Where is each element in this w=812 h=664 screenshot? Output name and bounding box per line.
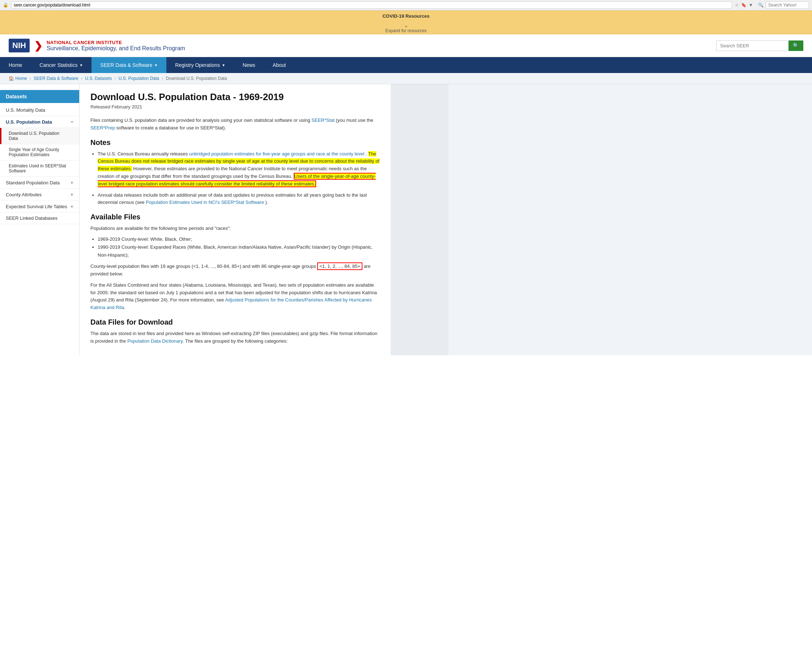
sidebar-item-linked[interactable]: SEER Linked Databases bbox=[0, 213, 79, 224]
sidebar-item-survival[interactable]: Expected Survival Life Tables + bbox=[0, 200, 79, 213]
registry-arrow: ▼ bbox=[222, 63, 225, 67]
survival-plus-icon: + bbox=[70, 203, 73, 209]
notes-heading: Notes bbox=[90, 138, 380, 147]
available-list: 1969-2019 County-level: White, Black, Ot… bbox=[98, 235, 380, 259]
breadcrumb-us-population[interactable]: U.S. Population Data bbox=[119, 76, 159, 81]
main-nav: Home Cancer Statistics ▼ SEER Data & Sof… bbox=[0, 57, 812, 73]
estimates-label: Estimates Used in SEER*StatSoftware bbox=[9, 163, 66, 174]
yahoo-search-icon: 🔍 bbox=[758, 3, 763, 8]
survival-label: Expected Survival Life Tables bbox=[6, 204, 67, 209]
standard-pop-label: Standard Population Data bbox=[6, 180, 60, 186]
population-estimates-link[interactable]: Population Estimates Used in NCI's SEER*… bbox=[146, 200, 264, 205]
note-item-1: The U.S. Census Bureau annually releases… bbox=[98, 150, 380, 188]
lock-icon: 🔒 bbox=[3, 3, 8, 8]
for-all-states-text: For the All States Combined and four sta… bbox=[90, 282, 380, 312]
note-item-2: Annual data releases include both an add… bbox=[98, 192, 380, 207]
note1-period: . bbox=[366, 151, 368, 156]
seer-stat-link[interactable]: SEER*Stat bbox=[311, 117, 334, 123]
sidebar-item-population[interactable]: U.S. Population Data − bbox=[0, 116, 79, 128]
breadcrumb-us-datasets[interactable]: U.S. Datasets bbox=[85, 76, 112, 81]
covid-expand-text: Expand for resources bbox=[385, 28, 426, 33]
data-files-text: The data are stored in text files and pr… bbox=[90, 330, 380, 345]
expand-arrow-icon: ⌄ bbox=[1, 23, 811, 28]
sidebar-item-county-attr[interactable]: County Attributes + bbox=[0, 189, 79, 200]
logo-area: NIH ❯ NATIONAL CANCER INSTITUTE Surveill… bbox=[9, 39, 185, 52]
sidebar-item-single-year[interactable]: Single Year of Age CountyPopulation Esti… bbox=[0, 144, 79, 161]
population-label: U.S. Population Data bbox=[6, 119, 52, 125]
sidebar-item-download[interactable]: Download U.S. PopulationData bbox=[0, 128, 79, 144]
main-content: Download U.S. Population Data - 1969-201… bbox=[80, 84, 391, 355]
breadcrumb-current: Download U.S. Population Data bbox=[166, 76, 227, 81]
home-icon: 🏠 bbox=[9, 76, 14, 81]
right-panel bbox=[391, 84, 448, 355]
yahoo-search-input[interactable] bbox=[766, 2, 809, 9]
nci-label: NATIONAL CANCER INSTITUTE bbox=[47, 40, 185, 45]
population-minus-icon: − bbox=[70, 119, 73, 125]
page-title: Download U.S. Population Data - 1969-201… bbox=[90, 91, 380, 103]
seer-prep-link[interactable]: SEER*Prep bbox=[90, 125, 115, 130]
nav-item-about[interactable]: About bbox=[264, 57, 295, 73]
breadcrumb-sep4: › bbox=[162, 76, 163, 81]
dropdown-icon[interactable]: ▼ bbox=[749, 3, 753, 8]
nih-arrow-icon: ❯ bbox=[34, 40, 42, 52]
search-input[interactable] bbox=[716, 41, 789, 51]
nav-item-registry-operations[interactable]: Registry Operations ▼ bbox=[166, 57, 234, 73]
bookmark-icon[interactable]: ☆ bbox=[735, 3, 739, 8]
nav-item-home[interactable]: Home bbox=[0, 57, 31, 73]
breadcrumb-sep3: › bbox=[115, 76, 116, 81]
hurricanes-link[interactable]: Adjusted Populations for the Counties/Pa… bbox=[90, 297, 372, 310]
county-text: County-level population files with 19 ag… bbox=[90, 263, 380, 278]
notes-list: The U.S. Census Bureau annually releases… bbox=[98, 150, 380, 207]
browser-icons: ☆ 🔖 ▼ 🔍 bbox=[735, 2, 809, 9]
covid-banner: COVID-19 Resources bbox=[0, 10, 812, 22]
covid-expand-bar[interactable]: ⌄ Expand for resources bbox=[0, 22, 812, 34]
intro-paragraph: Files containing U.S. population data ar… bbox=[90, 117, 380, 132]
breadcrumb-sep1: › bbox=[30, 76, 31, 81]
nav-item-seer-data-software[interactable]: SEER Data & Software ▼ bbox=[91, 57, 166, 73]
mortality-label: U.S. Mortality Data bbox=[6, 107, 45, 113]
available-intro: Populations are available for the follow… bbox=[90, 225, 380, 233]
page-content: Datasets U.S. Mortality Data U.S. Popula… bbox=[0, 84, 812, 355]
data-dictionary-link[interactable]: Population Data Dictionary bbox=[127, 339, 183, 344]
nav-item-cancer-statistics[interactable]: Cancer Statistics ▼ bbox=[31, 57, 91, 73]
sidebar-item-estimates[interactable]: Estimates Used in SEER*StatSoftware bbox=[0, 161, 79, 177]
covid-banner-text: COVID-19 Resources bbox=[382, 13, 429, 19]
unbridged-link[interactable]: unbridged population estimates for five-… bbox=[189, 151, 364, 156]
breadcrumb: 🏠 Home › SEER Data & Software › U.S. Dat… bbox=[0, 73, 812, 84]
sidebar-header: Datasets bbox=[0, 90, 79, 103]
county-box: <1, 1, 2, ..., 84, 85+ bbox=[317, 262, 362, 270]
site-title-area: NATIONAL CANCER INSTITUTE Surveillance, … bbox=[47, 40, 185, 52]
sidebar-item-mortality[interactable]: U.S. Mortality Data bbox=[0, 104, 79, 116]
url-bar[interactable] bbox=[11, 2, 732, 9]
avail-item-2: 1990-2019 County-level: Expanded Races (… bbox=[98, 243, 380, 259]
bookmark-list-icon[interactable]: 🔖 bbox=[741, 3, 747, 8]
single-year-label: Single Year of Age CountyPopulation Esti… bbox=[9, 147, 59, 157]
search-button[interactable]: 🔍 bbox=[789, 41, 803, 51]
sidebar: Datasets U.S. Mortality Data U.S. Popula… bbox=[0, 84, 80, 355]
sidebar-item-standard-pop[interactable]: Standard Population Data + bbox=[0, 177, 79, 189]
breadcrumb-sep2: › bbox=[81, 76, 83, 81]
search-area: 🔍 bbox=[716, 41, 803, 51]
standard-pop-plus-icon: + bbox=[70, 180, 73, 186]
download-label: Download U.S. PopulationData bbox=[9, 131, 59, 141]
county-attr-plus-icon: + bbox=[70, 192, 73, 197]
nav-item-news[interactable]: News bbox=[234, 57, 264, 73]
seer-data-arrow: ▼ bbox=[154, 63, 158, 67]
breadcrumb-seer-data[interactable]: SEER Data & Software bbox=[34, 76, 78, 81]
county-attr-label: County Attributes bbox=[6, 192, 42, 197]
cancer-stats-arrow: ▼ bbox=[79, 63, 83, 67]
available-heading: Available Files bbox=[90, 213, 380, 221]
site-header: NIH ❯ NATIONAL CANCER INSTITUTE Surveill… bbox=[0, 34, 812, 57]
site-subtitle: Surveillance, Epidemiology, and End Resu… bbox=[47, 45, 185, 52]
avail-item-1: 1969-2019 County-level: White, Black, Ot… bbox=[98, 235, 380, 243]
breadcrumb-home[interactable]: Home bbox=[15, 76, 27, 81]
linked-label: SEER Linked Databases bbox=[6, 215, 57, 221]
note2-end: ). bbox=[266, 200, 268, 205]
browser-bar: 🔒 ☆ 🔖 ▼ 🔍 bbox=[0, 0, 812, 10]
page-released: Released February 2021 bbox=[90, 104, 380, 109]
nih-logo: NIH bbox=[9, 39, 30, 52]
note1-text-before: The U.S. Census Bureau annually releases bbox=[98, 151, 189, 156]
data-files-heading: Data Files for Download bbox=[90, 318, 380, 326]
